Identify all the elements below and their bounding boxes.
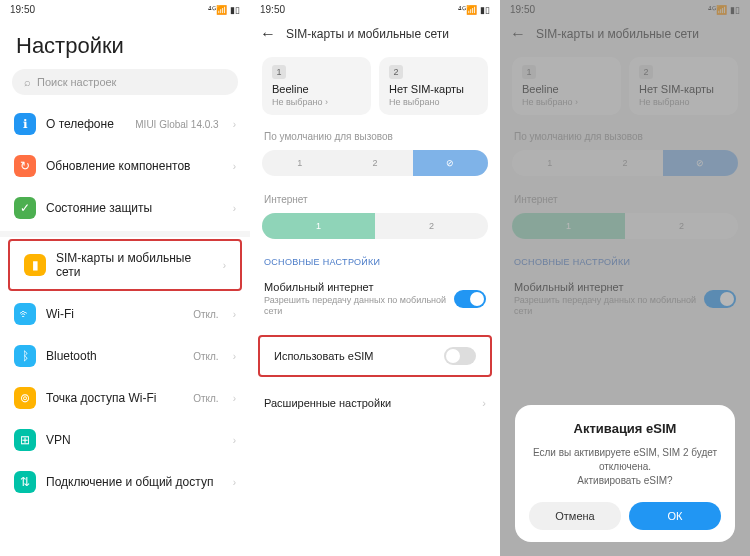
highlight-annotation: ▮ SIM-карты и мобильные сети › [8, 239, 242, 291]
chevron-right-icon: › [233, 161, 236, 172]
chevron-right-icon: › [233, 393, 236, 404]
chevron-right-icon: › [223, 260, 226, 271]
share-icon: ⇅ [14, 471, 36, 493]
item-security-status[interactable]: ✓ Состояние защиты › [0, 187, 250, 229]
sim-card-1[interactable]: 1 Beeline Не выбрано › [262, 57, 371, 115]
status-icons: ⁴ᴳ📶▮▯ [208, 5, 240, 15]
status-bar: 19:50 ⁴ᴳ📶▮▯ [0, 0, 250, 19]
section-main-settings: ОСНОВНЫЕ НАСТРОЙКИ [250, 249, 500, 271]
section-internet: Интернет [250, 186, 500, 209]
chevron-right-icon: › [233, 119, 236, 130]
item-hotspot[interactable]: ⊚ Точка доступа Wi-Fi Откл. › [0, 377, 250, 419]
item-about-phone[interactable]: ℹ О телефоне MIUI Global 14.0.3 › [0, 103, 250, 145]
item-components-update[interactable]: ↻ Обновление компонентов › [0, 145, 250, 187]
wifi-icon: ᯤ [14, 303, 36, 325]
header: ← SIM-карты и мобильные сети [250, 19, 500, 49]
item-bluetooth[interactable]: ᛒ Bluetooth Откл. › [0, 335, 250, 377]
dialog-backdrop[interactable]: Активация eSIM Если вы активируете eSIM,… [500, 0, 750, 556]
update-icon: ↻ [14, 155, 36, 177]
calls-seg-1[interactable]: 1 [262, 150, 337, 176]
search-icon: ⌕ [24, 76, 31, 88]
item-sim-networks[interactable]: ▮ SIM-карты и мобильные сети › [10, 241, 240, 289]
settings-screen: 19:50 ⁴ᴳ📶▮▯ Настройки ⌕ Поиск настроек ℹ… [0, 0, 250, 556]
esim-activation-dialog: Активация eSIM Если вы активируете eSIM,… [515, 405, 735, 542]
item-wifi[interactable]: ᯤ Wi-Fi Откл. › [0, 293, 250, 335]
vpn-icon: ⊞ [14, 429, 36, 451]
mobile-data-toggle[interactable] [454, 290, 486, 308]
calls-seg-none[interactable]: ⊘ [413, 150, 488, 176]
sim-card-2[interactable]: 2 Нет SIM-карты Не выбрано [379, 57, 488, 115]
chevron-right-icon: › [233, 203, 236, 214]
divider [0, 231, 250, 237]
back-button[interactable]: ← [260, 25, 276, 43]
chevron-right-icon: › [233, 309, 236, 320]
status-bar: 19:50 ⁴ᴳ📶▮▯ [250, 0, 500, 19]
dialog-body: Если вы активируете eSIM, SIM 2 будет от… [529, 446, 721, 488]
calls-seg-2[interactable]: 2 [337, 150, 412, 176]
hotspot-icon: ⊚ [14, 387, 36, 409]
row-use-esim[interactable]: Использовать eSIM [260, 337, 490, 375]
status-time: 19:50 [10, 4, 35, 15]
row-mobile-data[interactable]: Мобильный интернет Разрешить передачу да… [250, 271, 500, 327]
item-connection-sharing[interactable]: ⇅ Подключение и общий доступ › [0, 461, 250, 503]
internet-segmented: 1 2 [262, 213, 488, 239]
sim-icon: ▮ [24, 254, 46, 276]
bluetooth-icon: ᛒ [14, 345, 36, 367]
status-icons: ⁴ᴳ📶▮▯ [458, 5, 490, 15]
info-icon: ℹ [14, 113, 36, 135]
shield-icon: ✓ [14, 197, 36, 219]
dialog-title: Активация eSIM [529, 421, 721, 436]
item-vpn[interactable]: ⊞ VPN › [0, 419, 250, 461]
cancel-button[interactable]: Отмена [529, 502, 621, 530]
search-input[interactable]: ⌕ Поиск настроек [12, 69, 238, 95]
search-placeholder: Поиск настроек [37, 76, 116, 88]
chevron-right-icon: › [233, 351, 236, 362]
sim-cards-row: 1 Beeline Не выбрано › 2 Нет SIM-карты Н… [250, 49, 500, 123]
ok-button[interactable]: ОК [629, 502, 721, 530]
chevron-right-icon: › [233, 477, 236, 488]
chevron-right-icon: › [233, 435, 236, 446]
highlight-annotation: Использовать eSIM [258, 335, 492, 377]
calls-segmented: 1 2 ⊘ [262, 150, 488, 176]
sim-settings-screen-dialog: 19:50 ⁴ᴳ📶▮▯ ← SIM-карты и мобильные сети… [500, 0, 750, 556]
section-default-calls: По умолчанию для вызовов [250, 123, 500, 146]
internet-seg-2[interactable]: 2 [375, 213, 488, 239]
esim-toggle[interactable] [444, 347, 476, 365]
internet-seg-1[interactable]: 1 [262, 213, 375, 239]
chevron-right-icon: › [482, 397, 486, 409]
row-advanced[interactable]: Расширенные настройки › [250, 387, 500, 419]
sim-settings-screen: 19:50 ⁴ᴳ📶▮▯ ← SIM-карты и мобильные сети… [250, 0, 500, 556]
header-title: SIM-карты и мобильные сети [286, 27, 449, 41]
page-title: Настройки [0, 19, 250, 69]
status-time: 19:50 [260, 4, 285, 15]
